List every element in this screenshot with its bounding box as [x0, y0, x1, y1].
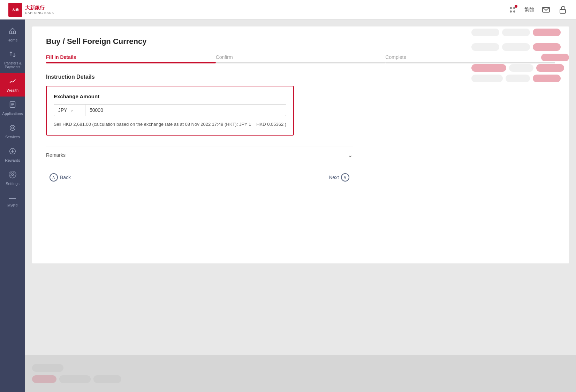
svg-point-13 [10, 125, 15, 131]
steps-container: Fill in Details Confirm Complete [46, 54, 555, 63]
exchange-info-text: Sell HKD 2,681.00 (calculation based on … [54, 121, 286, 128]
sidebar-item-rewards[interactable]: Rewards [0, 143, 25, 167]
exchange-amount-box: Exchange Amount JPY ⌄ Sell HKD 2,681.00 … [46, 86, 294, 136]
sidebar-item-home[interactable]: Home [0, 23, 25, 46]
svg-point-2 [510, 7, 512, 9]
logo: 大新 大新銀行 DAH SING BANK [8, 3, 54, 17]
next-button[interactable]: Next ∨ [325, 171, 353, 184]
sidebar-item-label: Services [5, 135, 20, 139]
transfers-icon [9, 51, 16, 60]
home-icon [9, 27, 16, 37]
step-bar-fill [46, 62, 216, 63]
sidebar-item-label: Settings [6, 182, 20, 186]
sidebar-item-services[interactable]: Services [0, 120, 25, 143]
step-complete: Complete [385, 54, 555, 63]
nav-buttons: ∧ Back Next ∨ [46, 171, 353, 184]
currency-select[interactable]: JPY ⌄ [54, 104, 85, 116]
sidebar-item-label: Rewards [5, 158, 20, 162]
lock-icon[interactable] [558, 5, 568, 15]
content-area: Buy / Sell Foreign Currency Fill in Deta… [25, 20, 576, 355]
rewards-icon [9, 147, 16, 157]
sidebar-item-applications[interactable]: Applications [0, 97, 25, 120]
step-label-complete: Complete [385, 54, 406, 60]
sidebar-item-label: Home [7, 38, 17, 42]
logo-icon: 大新 [8, 3, 22, 17]
step-label-fill: Fill in Details [46, 54, 76, 60]
chevron-down-icon: ⌄ [348, 151, 353, 159]
main-content: Buy / Sell Foreign Currency Fill in Deta… [25, 20, 576, 392]
sidebar-item-label: Transfers & Payments [3, 61, 21, 69]
chevron-down-icon: ⌄ [70, 108, 74, 113]
next-circle-icon: ∨ [341, 173, 349, 182]
settings-icon [9, 171, 16, 180]
sidebar: Home Transfers & Payments Wealth [0, 20, 25, 392]
apps-icon[interactable] [508, 5, 517, 15]
applications-icon [9, 101, 16, 110]
wealth-icon [9, 77, 16, 87]
step-label-confirm: Confirm [216, 54, 233, 60]
back-label: Back [60, 175, 71, 180]
mvp2-icon: — [9, 194, 16, 202]
sidebar-item-label: Applications [2, 112, 23, 116]
sidebar-item-label: MVP2 [7, 203, 18, 208]
sidebar-item-mvp2[interactable]: — MVP2 [0, 190, 25, 212]
next-label: Next [329, 175, 339, 180]
svg-rect-8 [10, 31, 16, 34]
svg-point-5 [513, 10, 515, 13]
exchange-input-row: JPY ⌄ [54, 104, 286, 116]
currency-value: JPY [58, 107, 67, 113]
svg-point-14 [12, 127, 14, 129]
language-button[interactable]: 繁體 [524, 7, 534, 13]
sidebar-item-label: Wealth [7, 88, 18, 92]
step-bar-confirm [216, 62, 386, 63]
sidebar-item-transfers[interactable]: Transfers & Payments [0, 46, 25, 73]
top-navigation: 大新 大新銀行 DAH SING BANK 繁體 [0, 0, 576, 20]
top-nav-right: 繁體 [508, 5, 568, 15]
svg-point-18 [12, 174, 14, 176]
bottom-area [25, 355, 576, 392]
remarks-label: Remarks [46, 152, 66, 158]
services-icon [9, 124, 16, 133]
white-panel: Buy / Sell Foreign Currency Fill in Deta… [32, 26, 569, 263]
sidebar-item-wealth[interactable]: Wealth [0, 73, 25, 97]
back-circle-icon: ∧ [50, 173, 58, 182]
logo-text: 大新銀行 DAH SING BANK [25, 5, 54, 15]
step-confirm: Confirm [216, 54, 386, 63]
step-bar-complete [385, 62, 555, 63]
svg-rect-7 [560, 9, 566, 13]
back-button[interactable]: ∧ Back [46, 171, 74, 184]
sidebar-item-settings[interactable]: Settings [0, 167, 25, 190]
svg-point-4 [510, 10, 512, 13]
section-title: Instruction Details [46, 74, 555, 80]
page-title: Buy / Sell Foreign Currency [46, 37, 555, 46]
exchange-amount-title: Exchange Amount [54, 93, 286, 99]
mail-icon[interactable] [541, 5, 551, 15]
amount-input[interactable] [85, 104, 286, 116]
step-fill-in-details: Fill in Details [46, 54, 216, 63]
svg-text:大新: 大新 [12, 8, 19, 11]
remarks-row[interactable]: Remarks ⌄ [46, 146, 353, 164]
